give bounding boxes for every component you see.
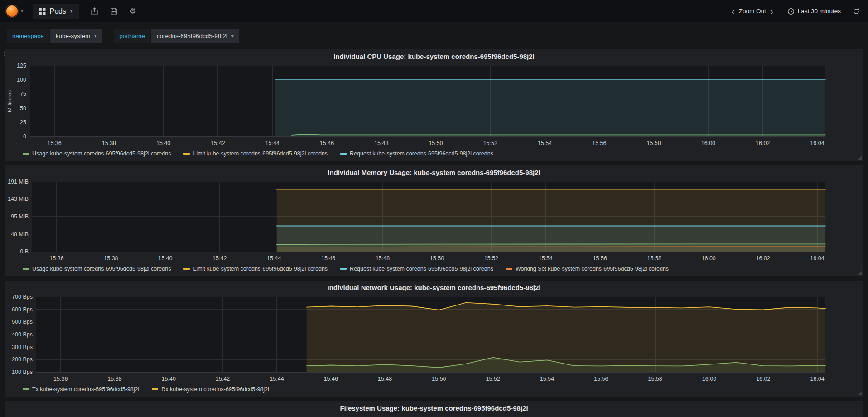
gear-icon: ⚙: [130, 7, 136, 15]
legend-series-label: Limit kube-system coredns-695f96dcd5-98j…: [193, 266, 328, 272]
svg-text:143 MiB: 143 MiB: [8, 196, 29, 202]
dashboard-picker[interactable]: Pods ▾: [33, 4, 79, 19]
svg-text:15:42: 15:42: [211, 140, 225, 146]
legend-item-2[interactable]: Request kube-system coredns-695f96dcd5-9…: [340, 150, 493, 157]
save-icon: [110, 7, 118, 15]
svg-text:500 Bps: 500 Bps: [12, 319, 33, 325]
caret-down-icon: ▾: [21, 8, 24, 14]
legend-series-label: Rx kube-system coredns-695f96dcd5-98j2l: [161, 386, 269, 393]
cpu-panel-title[interactable]: Individual CPU Usage: kube-system coredn…: [6, 50, 862, 61]
legend-series-marker: [23, 153, 29, 155]
network-usage-chart[interactable]: 15:3615:3815:4015:4215:4415:4615:4815:50…: [6, 292, 860, 385]
svg-text:15:46: 15:46: [320, 140, 334, 146]
legend-series-label: Request kube-system coredns-695f96dcd5-9…: [350, 266, 493, 272]
svg-text:15:50: 15:50: [429, 140, 443, 146]
grafana-logo-menu[interactable]: ▾: [5, 5, 24, 18]
panel-network-usage: Individual Network Usage: kube-system co…: [5, 281, 863, 397]
time-shift-forward-button[interactable]: ›: [767, 6, 776, 16]
svg-text:15:54: 15:54: [539, 255, 553, 262]
svg-text:15:42: 15:42: [216, 376, 230, 382]
dashboard-title: Pods: [50, 7, 66, 15]
svg-text:15:36: 15:36: [49, 255, 63, 262]
zoom-out-button[interactable]: Zoom Out: [738, 8, 767, 15]
svg-text:15:52: 15:52: [483, 140, 497, 146]
svg-text:0: 0: [23, 133, 26, 140]
panel-memory-usage: Individual Memory Usage: kube-system cor…: [5, 165, 863, 276]
svg-text:15:46: 15:46: [321, 255, 335, 262]
time-shift-back-button[interactable]: ‹: [728, 6, 738, 16]
svg-text:15:44: 15:44: [265, 140, 280, 146]
variable-value-namespace[interactable]: kube-system ▾: [50, 29, 102, 43]
save-button[interactable]: [110, 7, 118, 15]
refresh-button[interactable]: [853, 8, 860, 15]
memory-legend: Usage kube-system coredns-695f96dcd5-98j…: [23, 264, 862, 273]
svg-text:15:54: 15:54: [538, 140, 552, 146]
svg-text:16:02: 16:02: [756, 255, 770, 262]
panel-resize-handle[interactable]: [858, 391, 862, 395]
legend-item-0[interactable]: Usage kube-system coredns-695f96dcd5-98j…: [23, 150, 171, 157]
svg-text:15:36: 15:36: [47, 140, 61, 146]
svg-text:15:40: 15:40: [162, 376, 176, 382]
network-panel-title[interactable]: Individual Network Usage: kube-system co…: [6, 281, 862, 292]
legend-item-1[interactable]: Limit kube-system coredns-695f96dcd5-98j…: [183, 150, 328, 157]
legend-series-marker: [183, 268, 190, 270]
svg-text:15:52: 15:52: [486, 376, 500, 382]
legend-series-marker: [152, 388, 158, 390]
svg-text:15:50: 15:50: [430, 255, 444, 262]
svg-text:95 MiB: 95 MiB: [11, 213, 29, 220]
legend-item-3[interactable]: Working Set kube-system coredns-695f96dc…: [506, 266, 669, 272]
svg-text:15:46: 15:46: [324, 376, 338, 382]
svg-text:16:00: 16:00: [701, 140, 715, 146]
top-navbar: ▾ Pods ▾ ⚙: [0, 0, 868, 22]
legend-series-label: Limit kube-system coredns-695f96dcd5-98j…: [193, 150, 328, 157]
panel-filesystem-usage: Filesystem Usage: kube-system coredns-69…: [5, 401, 863, 417]
chevron-left-icon: ‹: [732, 6, 735, 16]
memory-panel-title[interactable]: Individual Memory Usage: kube-system cor…: [6, 166, 862, 177]
legend-item-2[interactable]: Request kube-system coredns-695f96dcd5-9…: [340, 266, 493, 272]
svg-text:100 Bps: 100 Bps: [12, 369, 33, 375]
cpu-usage-chart[interactable]: 15:3615:3815:4015:4215:4415:4615:4815:50…: [6, 61, 860, 149]
legend-item-0[interactable]: Tx kube-system coredns-695f96dcd5-98j2l: [23, 386, 139, 393]
legend-series-marker: [23, 388, 29, 390]
svg-text:15:38: 15:38: [107, 376, 121, 382]
legend-item-1[interactable]: Rx kube-system coredns-695f96dcd5-98j2l: [152, 386, 269, 393]
filesystem-panel-title[interactable]: Filesystem Usage: kube-system coredns-69…: [6, 402, 862, 413]
settings-button[interactable]: ⚙: [130, 7, 136, 15]
svg-text:600 Bps: 600 Bps: [12, 306, 33, 313]
panel-resize-handle[interactable]: [858, 271, 862, 275]
caret-down-icon: ▾: [70, 8, 73, 14]
svg-text:15:48: 15:48: [378, 376, 392, 382]
refresh-icon: [853, 8, 860, 15]
variable-value-podname[interactable]: coredns-695f96dcd5-98j2l ▾: [151, 29, 239, 43]
navbar-right-controls: ‹ Zoom Out › Last 30 minutes: [728, 6, 860, 16]
legend-series-label: Tx kube-system coredns-695f96dcd5-98j2l: [32, 386, 139, 393]
svg-text:16:02: 16:02: [756, 140, 770, 146]
clock-icon: [787, 8, 795, 15]
variable-podname: podname coredns-695f96dcd5-98j2l ▾: [114, 29, 239, 43]
svg-text:15:44: 15:44: [267, 255, 281, 262]
legend-series-label: Request kube-system coredns-695f96dcd5-9…: [350, 150, 493, 157]
svg-text:15:58: 15:58: [648, 376, 662, 382]
caret-down-icon: ▾: [94, 34, 96, 39]
panel-resize-handle[interactable]: [858, 155, 862, 160]
svg-text:15:56: 15:56: [594, 376, 608, 382]
legend-series-marker: [506, 268, 512, 270]
chevron-right-icon: ›: [770, 6, 773, 16]
grafana-dashboard: ▾ Pods ▾ ⚙: [0, 0, 868, 417]
svg-text:15:48: 15:48: [374, 140, 388, 146]
legend-item-1[interactable]: Limit kube-system coredns-695f96dcd5-98j…: [183, 266, 328, 272]
svg-text:16:04: 16:04: [810, 255, 824, 262]
svg-text:15:42: 15:42: [212, 255, 227, 262]
svg-text:400 Bps: 400 Bps: [12, 331, 33, 338]
share-icon: [91, 7, 98, 15]
time-range-picker[interactable]: Last 30 minutes: [787, 8, 841, 15]
svg-text:15:54: 15:54: [540, 376, 554, 382]
legend-series-label: Usage kube-system coredns-695f96dcd5-98j…: [32, 266, 171, 272]
legend-item-0[interactable]: Usage kube-system coredns-695f96dcd5-98j…: [23, 266, 171, 272]
svg-text:48 MiB: 48 MiB: [11, 231, 29, 238]
variable-label-namespace: namespace: [7, 29, 49, 43]
legend-series-marker: [340, 153, 347, 155]
namespace-selected-value: kube-system: [56, 33, 91, 39]
memory-usage-chart[interactable]: 15:3615:3815:4015:4215:4415:4615:4815:50…: [6, 177, 860, 264]
share-button[interactable]: [91, 7, 98, 15]
